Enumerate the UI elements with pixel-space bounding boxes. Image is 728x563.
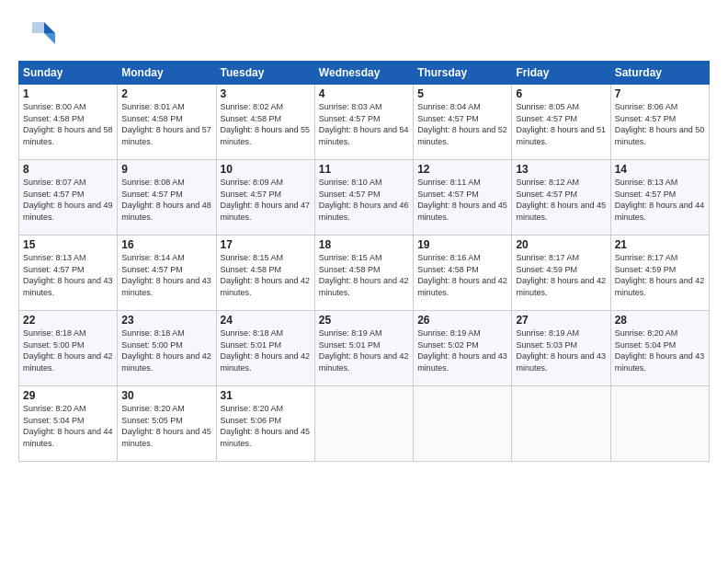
page: SundayMondayTuesdayWednesdayThursdayFrid… — [0, 0, 728, 563]
cell-info: Sunrise: 8:17 AM Sunset: 4:59 PM Dayligh… — [615, 252, 705, 298]
cell-info: Sunrise: 8:17 AM Sunset: 4:59 PM Dayligh… — [516, 252, 606, 298]
cell-info: Sunrise: 8:10 AM Sunset: 4:57 PM Dayligh… — [319, 177, 409, 223]
cell-info: Sunrise: 8:19 AM Sunset: 5:02 PM Dayligh… — [417, 327, 507, 373]
day-number: 21 — [615, 238, 705, 251]
day-number: 15 — [23, 238, 113, 251]
calendar-cell: 20 Sunrise: 8:17 AM Sunset: 4:59 PM Dayl… — [512, 236, 610, 311]
day-number: 6 — [516, 87, 606, 100]
day-number: 3 — [221, 87, 311, 100]
calendar-cell: 29 Sunrise: 8:20 AM Sunset: 5:04 PM Dayl… — [19, 386, 118, 462]
cell-info: Sunrise: 8:02 AM Sunset: 4:58 PM Dayligh… — [221, 101, 311, 147]
day-number: 18 — [319, 238, 409, 251]
cell-info: Sunrise: 8:16 AM Sunset: 4:58 PM Dayligh… — [417, 252, 507, 298]
cell-info: Sunrise: 8:15 AM Sunset: 4:58 PM Dayligh… — [319, 252, 409, 298]
cell-info: Sunrise: 8:19 AM Sunset: 5:01 PM Dayligh… — [319, 327, 409, 373]
calendar-cell: 17 Sunrise: 8:15 AM Sunset: 4:58 PM Dayl… — [216, 236, 314, 311]
cell-info: Sunrise: 8:09 AM Sunset: 4:57 PM Dayligh… — [221, 177, 311, 223]
calendar-cell: 25 Sunrise: 8:19 AM Sunset: 5:01 PM Dayl… — [314, 311, 413, 386]
calendar-cell: 22 Sunrise: 8:18 AM Sunset: 5:00 PM Dayl… — [19, 311, 118, 386]
svg-marker-0 — [44, 22, 55, 33]
calendar-cell: 5 Sunrise: 8:04 AM Sunset: 4:57 PM Dayli… — [414, 85, 512, 160]
weekday-header-tuesday: Tuesday — [216, 62, 314, 85]
day-number: 2 — [121, 87, 211, 100]
day-number: 27 — [516, 314, 606, 327]
day-number: 16 — [121, 238, 211, 251]
cell-info: Sunrise: 8:20 AM Sunset: 5:04 PM Dayligh… — [615, 327, 705, 373]
calendar-cell: 26 Sunrise: 8:19 AM Sunset: 5:02 PM Dayl… — [414, 311, 512, 386]
day-number: 4 — [319, 87, 409, 100]
weekday-header-saturday: Saturday — [610, 62, 709, 85]
day-number: 10 — [221, 163, 311, 176]
calendar-week-row: 1 Sunrise: 8:00 AM Sunset: 4:58 PM Dayli… — [19, 85, 710, 160]
cell-info: Sunrise: 8:05 AM Sunset: 4:57 PM Dayligh… — [516, 101, 606, 147]
day-number: 17 — [221, 238, 311, 251]
day-number: 24 — [221, 314, 311, 327]
calendar-cell: 16 Sunrise: 8:14 AM Sunset: 4:57 PM Dayl… — [118, 236, 216, 311]
logo-icon — [18, 15, 55, 52]
cell-info: Sunrise: 8:00 AM Sunset: 4:58 PM Dayligh… — [23, 101, 113, 147]
calendar-cell — [512, 386, 610, 462]
weekday-header-wednesday: Wednesday — [314, 62, 413, 85]
cell-info: Sunrise: 8:03 AM Sunset: 4:57 PM Dayligh… — [319, 101, 409, 147]
calendar-header: SundayMondayTuesdayWednesdayThursdayFrid… — [19, 62, 710, 85]
cell-info: Sunrise: 8:11 AM Sunset: 4:57 PM Dayligh… — [417, 177, 507, 223]
calendar-cell: 8 Sunrise: 8:07 AM Sunset: 4:57 PM Dayli… — [19, 160, 118, 236]
calendar-cell: 10 Sunrise: 8:09 AM Sunset: 4:57 PM Dayl… — [216, 160, 314, 236]
svg-marker-1 — [44, 33, 55, 44]
calendar-cell: 31 Sunrise: 8:20 AM Sunset: 5:06 PM Dayl… — [216, 386, 314, 462]
cell-info: Sunrise: 8:18 AM Sunset: 5:00 PM Dayligh… — [121, 327, 211, 373]
calendar-cell: 14 Sunrise: 8:13 AM Sunset: 4:57 PM Dayl… — [610, 160, 709, 236]
day-number: 13 — [516, 163, 606, 176]
calendar-cell — [414, 386, 512, 462]
calendar-cell: 18 Sunrise: 8:15 AM Sunset: 4:58 PM Dayl… — [314, 236, 413, 311]
cell-info: Sunrise: 8:12 AM Sunset: 4:57 PM Dayligh… — [516, 177, 606, 223]
day-number: 26 — [417, 314, 507, 327]
calendar-week-row: 15 Sunrise: 8:13 AM Sunset: 4:57 PM Dayl… — [19, 236, 710, 311]
cell-info: Sunrise: 8:13 AM Sunset: 4:57 PM Dayligh… — [615, 177, 705, 223]
cell-info: Sunrise: 8:06 AM Sunset: 4:57 PM Dayligh… — [615, 101, 705, 147]
weekday-header-friday: Friday — [512, 62, 610, 85]
cell-info: Sunrise: 8:20 AM Sunset: 5:04 PM Dayligh… — [23, 403, 113, 449]
calendar-week-row: 29 Sunrise: 8:20 AM Sunset: 5:04 PM Dayl… — [19, 386, 710, 462]
cell-info: Sunrise: 8:20 AM Sunset: 5:05 PM Dayligh… — [121, 403, 211, 449]
weekday-header-row: SundayMondayTuesdayWednesdayThursdayFrid… — [19, 62, 710, 85]
day-number: 14 — [615, 163, 705, 176]
calendar-cell — [610, 386, 709, 462]
day-number: 22 — [23, 314, 113, 327]
cell-info: Sunrise: 8:20 AM Sunset: 5:06 PM Dayligh… — [221, 403, 311, 449]
day-number: 5 — [417, 87, 507, 100]
logo — [18, 15, 55, 52]
calendar-cell: 6 Sunrise: 8:05 AM Sunset: 4:57 PM Dayli… — [512, 85, 610, 160]
day-number: 8 — [23, 163, 113, 176]
header — [18, 15, 710, 52]
calendar-cell: 13 Sunrise: 8:12 AM Sunset: 4:57 PM Dayl… — [512, 160, 610, 236]
calendar-cell: 12 Sunrise: 8:11 AM Sunset: 4:57 PM Dayl… — [414, 160, 512, 236]
calendar-cell: 30 Sunrise: 8:20 AM Sunset: 5:05 PM Dayl… — [118, 386, 216, 462]
cell-info: Sunrise: 8:18 AM Sunset: 5:01 PM Dayligh… — [221, 327, 311, 373]
day-number: 29 — [23, 389, 113, 402]
day-number: 1 — [23, 87, 113, 100]
calendar-cell: 21 Sunrise: 8:17 AM Sunset: 4:59 PM Dayl… — [610, 236, 709, 311]
day-number: 12 — [417, 163, 507, 176]
calendar-cell: 15 Sunrise: 8:13 AM Sunset: 4:57 PM Dayl… — [19, 236, 118, 311]
cell-info: Sunrise: 8:13 AM Sunset: 4:57 PM Dayligh… — [23, 252, 113, 298]
day-number: 31 — [221, 389, 311, 402]
day-number: 7 — [615, 87, 705, 100]
calendar-week-row: 22 Sunrise: 8:18 AM Sunset: 5:00 PM Dayl… — [19, 311, 710, 386]
cell-info: Sunrise: 8:15 AM Sunset: 4:58 PM Dayligh… — [221, 252, 311, 298]
day-number: 28 — [615, 314, 705, 327]
day-number: 11 — [319, 163, 409, 176]
calendar-week-row: 8 Sunrise: 8:07 AM Sunset: 4:57 PM Dayli… — [19, 160, 710, 236]
weekday-header-thursday: Thursday — [414, 62, 512, 85]
weekday-header-sunday: Sunday — [19, 62, 118, 85]
cell-info: Sunrise: 8:04 AM Sunset: 4:57 PM Dayligh… — [417, 101, 507, 147]
calendar-cell: 2 Sunrise: 8:01 AM Sunset: 4:58 PM Dayli… — [118, 85, 216, 160]
day-number: 25 — [319, 314, 409, 327]
cell-info: Sunrise: 8:14 AM Sunset: 4:57 PM Dayligh… — [121, 252, 211, 298]
cell-info: Sunrise: 8:18 AM Sunset: 5:00 PM Dayligh… — [23, 327, 113, 373]
calendar-cell: 9 Sunrise: 8:08 AM Sunset: 4:57 PM Dayli… — [118, 160, 216, 236]
cell-info: Sunrise: 8:01 AM Sunset: 4:58 PM Dayligh… — [121, 101, 211, 147]
day-number: 23 — [121, 314, 211, 327]
calendar-cell — [314, 386, 413, 462]
calendar-cell: 11 Sunrise: 8:10 AM Sunset: 4:57 PM Dayl… — [314, 160, 413, 236]
